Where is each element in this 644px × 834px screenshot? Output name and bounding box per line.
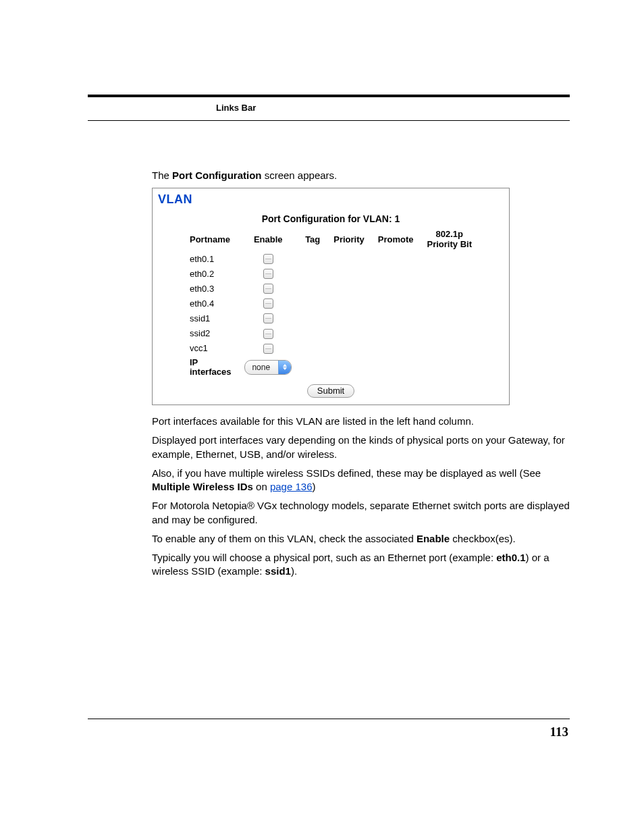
port-name: eth0.4 (183, 296, 238, 311)
port-config-table: Portname Enable Tag Priority Promote 802… (183, 228, 479, 379)
port-name: eth0.1 (183, 251, 238, 266)
body-p3: Also, if you have multiple wireless SSID… (152, 467, 570, 494)
table-row: eth0.4 (183, 296, 479, 311)
page-number: 113 (550, 725, 568, 739)
intro-bold: Port Configuration (172, 170, 261, 181)
port-name: vcc1 (183, 341, 238, 356)
ip-label-l1: IP (190, 357, 198, 367)
panel-title: VLAN (158, 192, 505, 207)
p5-bold: Enable (417, 533, 450, 544)
vlan-panel: VLAN Port Configuration for VLAN: 1 Port… (152, 188, 510, 405)
enable-checkbox[interactable] (263, 298, 273, 309)
table-row: vcc1 (183, 341, 479, 356)
ip-interfaces-row: IP interfaces none (183, 356, 479, 380)
intro-pre: The (152, 170, 172, 181)
submit-button[interactable]: Submit (307, 384, 354, 398)
col-promote: Promote (371, 228, 421, 251)
p5-pre: To enable any of them on this VLAN, chec… (152, 533, 417, 544)
body-p2: Displayed port interfaces vary depending… (152, 434, 570, 461)
p3-bold: Multiple Wireless IDs (152, 481, 253, 492)
body-p1: Port interfaces available for this VLAN … (152, 415, 570, 428)
col-priority-bit: 802.1p Priority Bit (421, 228, 479, 251)
p6-b2: ssid1 (265, 565, 291, 577)
select-stepper-icon (278, 361, 291, 374)
body-p6: Typically you will choose a physical por… (152, 551, 570, 579)
top-rule-heavy (88, 95, 570, 97)
ip-interfaces-value: none (245, 361, 278, 374)
port-name: eth0.3 (183, 281, 238, 296)
p3-post: ) (313, 481, 316, 492)
p3-pre: Also, if you have multiple wireless SSID… (152, 467, 541, 479)
col-bit-l1: 802.1p (436, 229, 463, 239)
body-p4: For Motorola Netopia® VGx technology mod… (152, 499, 570, 527)
table-row: eth0.3 (183, 281, 479, 296)
panel-subtitle: Port Configuration for VLAN: 1 (157, 213, 505, 224)
p6-b1: eth0.1 (496, 552, 525, 563)
enable-checkbox[interactable] (263, 284, 273, 294)
intro-paragraph: The Port Configuration screen appears. (152, 169, 570, 182)
ip-interfaces-select[interactable]: none (244, 360, 292, 375)
bottom-rule (88, 719, 570, 719)
table-row: eth0.1 (183, 251, 479, 266)
col-enable: Enable (238, 228, 298, 251)
table-row: ssid2 (183, 325, 479, 340)
p3-mid: on (253, 481, 270, 492)
enable-checkbox[interactable] (263, 344, 273, 354)
col-priority: Priority (327, 228, 371, 251)
col-tag: Tag (298, 228, 327, 251)
top-rule-light (88, 120, 570, 121)
table-row: eth0.2 (183, 266, 479, 281)
col-portname: Portname (183, 228, 238, 251)
port-name: ssid1 (183, 311, 238, 325)
header-section-label: Links Bar (216, 103, 256, 113)
port-name: eth0.2 (183, 266, 238, 281)
page-136-link[interactable]: page 136 (270, 481, 313, 492)
ip-label-l2: interfaces (190, 367, 231, 377)
enable-checkbox[interactable] (263, 269, 273, 279)
intro-post: screen appears. (262, 170, 338, 181)
enable-checkbox[interactable] (263, 254, 273, 264)
enable-checkbox[interactable] (263, 313, 273, 323)
enable-checkbox[interactable] (263, 329, 273, 339)
table-header-row: Portname Enable Tag Priority Promote 802… (183, 228, 479, 251)
p6-post: ). (291, 565, 297, 577)
table-row: ssid1 (183, 311, 479, 325)
ip-interfaces-label: IP interfaces (183, 356, 238, 380)
col-bit-l2: Priority Bit (427, 239, 472, 249)
port-name: ssid2 (183, 325, 238, 340)
p5-post: checkbox(es). (450, 533, 516, 544)
body-p5: To enable any of them on this VLAN, chec… (152, 532, 570, 546)
p6-pre: Typically you will choose a physical por… (152, 552, 496, 563)
